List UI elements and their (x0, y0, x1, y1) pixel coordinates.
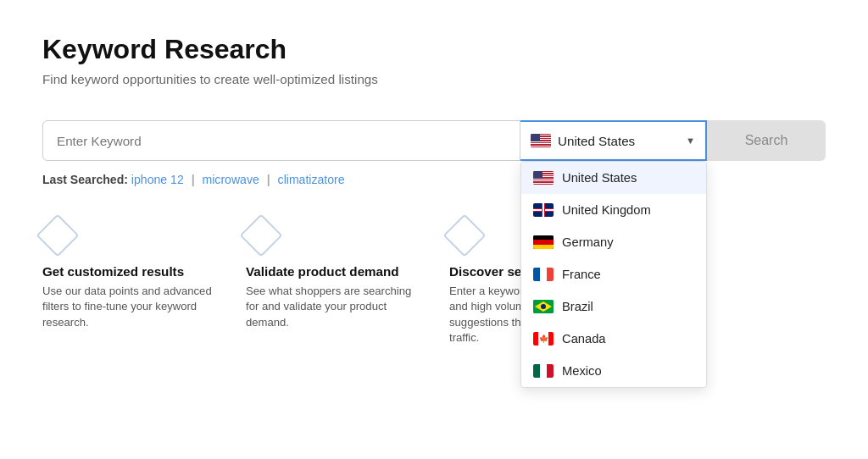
country-option-de[interactable]: Germany (521, 226, 706, 258)
flag-mx-icon (533, 364, 554, 378)
country-dropdown: United States United Kingdom Germany (520, 161, 707, 388)
svg-rect-9 (547, 364, 554, 378)
country-option-uk[interactable]: United Kingdom (521, 194, 706, 226)
feature-item-2: Validate product demand See what shopper… (246, 220, 415, 346)
separator-1: | (192, 173, 195, 186)
page-subtitle: Find keyword opportunities to create wel… (42, 72, 826, 86)
diamond-icon-3 (443, 214, 487, 257)
separator-2: | (267, 173, 270, 186)
last-searched-label: Last Searched: (42, 173, 128, 186)
country-option-mx[interactable]: Mexico (521, 355, 706, 387)
country-label-br: Brazil (562, 300, 593, 313)
flag-de-icon (533, 235, 554, 249)
feature-desc-2: See what shoppers are searching for and … (246, 284, 415, 330)
country-label-us: United States (562, 171, 637, 185)
country-selector-button[interactable]: United States ▼ (520, 120, 707, 161)
last-searched-item-2[interactable]: microwave (203, 173, 259, 186)
features-row: Get customized results Use our data poin… (42, 220, 826, 346)
keyword-input[interactable] (42, 120, 520, 161)
feature-item-1: Get customized results Use our data poin… (42, 220, 212, 346)
search-button[interactable]: Search (707, 120, 826, 161)
country-option-ca[interactable]: 🍁 Canada (521, 323, 706, 355)
svg-rect-8 (540, 364, 547, 378)
country-option-fr[interactable]: France (521, 258, 706, 290)
diamond-icon-1 (36, 214, 80, 257)
flag-fr-icon (533, 268, 554, 281)
svg-rect-7 (533, 364, 540, 378)
us-flag-icon (531, 134, 551, 147)
diamond-icon-2 (240, 214, 283, 257)
flag-ca-icon: 🍁 (533, 332, 554, 346)
last-searched: Last Searched: iphone 12 | microwave | c… (42, 173, 826, 186)
svg-rect-3 (533, 332, 538, 346)
country-label-uk: United Kingdom (562, 203, 651, 217)
country-label-fr: France (562, 268, 601, 281)
country-option-us[interactable]: United States (521, 162, 706, 194)
feature-title-1: Get customized results (42, 264, 212, 279)
country-label-de: Germany (562, 235, 614, 249)
last-searched-item-1[interactable]: iphone 12 (131, 173, 184, 186)
search-row: United States ▼ United States United Kin… (42, 120, 826, 161)
svg-rect-5 (548, 332, 554, 346)
flag-us-icon (533, 171, 554, 185)
country-label-mx: Mexico (562, 364, 602, 378)
chevron-down-icon: ▼ (686, 135, 695, 146)
flag-br-icon (533, 300, 554, 313)
flag-uk-icon (533, 203, 554, 217)
country-label-ca: Canada (562, 332, 606, 346)
country-selector[interactable]: United States ▼ United States United Kin… (520, 120, 707, 161)
feature-title-2: Validate product demand (246, 264, 415, 279)
last-searched-item-3[interactable]: climatizatore (278, 173, 345, 186)
svg-text:🍁: 🍁 (539, 334, 549, 344)
svg-point-2 (541, 304, 546, 309)
page-title: Keyword Research (42, 34, 826, 65)
selected-country-label: United States (558, 134, 635, 148)
feature-desc-1: Use our data points and advanced filters… (42, 284, 212, 330)
country-option-br[interactable]: Brazil (521, 290, 706, 323)
